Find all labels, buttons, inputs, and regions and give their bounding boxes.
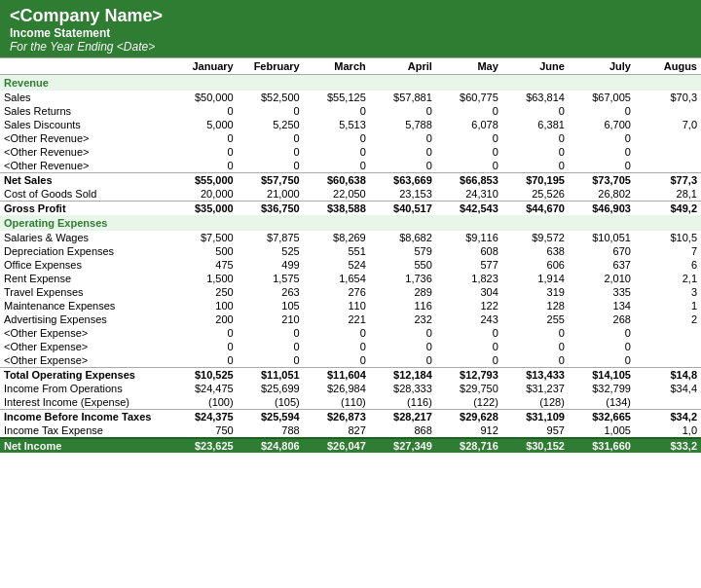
cell-value: 319 — [502, 285, 569, 299]
row-label: <Other Revenue> — [0, 131, 171, 145]
cell-value: $60,775 — [436, 91, 502, 104]
cell-value: 268 — [569, 312, 635, 326]
cell-value: 0 — [569, 131, 635, 145]
table-row: Sales Returns0000000 — [0, 104, 701, 118]
page-header: <Company Name> Income Statement For the … — [0, 0, 701, 57]
col-january: January — [171, 58, 238, 75]
cell-value: 1,0 — [635, 423, 701, 438]
cell-value: 0 — [370, 353, 436, 368]
table-row: Sales Discounts5,0005,2505,5135,7886,078… — [0, 118, 701, 131]
row-label: Sales Returns — [0, 104, 171, 118]
cell-value: 1,005 — [569, 423, 635, 438]
table-row: Gross Profit$35,000$36,750$38,588$40,517… — [0, 202, 701, 216]
cell-value: 116 — [370, 299, 436, 312]
report-title: Income Statement — [10, 26, 691, 40]
cell-value: $24,375 — [171, 410, 238, 424]
row-label: Income Tax Expense — [0, 423, 171, 438]
cell-value: $70,195 — [502, 173, 569, 188]
cell-value: $66,853 — [436, 173, 502, 188]
cell-value: (134) — [569, 395, 635, 410]
cell-value: 20,000 — [171, 187, 238, 202]
cell-value: 0 — [569, 353, 635, 368]
cell-value: 0 — [171, 145, 238, 159]
cell-value: $29,628 — [436, 410, 502, 424]
cell-value: $67,005 — [569, 91, 635, 104]
cell-value: 0 — [370, 340, 436, 353]
cell-value: 110 — [304, 299, 370, 312]
cell-value: 0 — [569, 104, 635, 118]
cell-value: 250 — [171, 285, 238, 299]
cell-value: 0 — [370, 131, 436, 145]
row-label: <Other Revenue> — [0, 159, 171, 173]
cell-value: 579 — [370, 244, 436, 258]
cell-value: 0 — [238, 131, 304, 145]
cell-value: 0 — [238, 326, 304, 340]
cell-value: 0 — [238, 353, 304, 368]
cell-value: $46,903 — [569, 202, 635, 216]
cell-value: $50,000 — [171, 91, 238, 104]
cell-value: 788 — [238, 423, 304, 438]
cell-value: 550 — [370, 258, 436, 272]
cell-value: $42,543 — [436, 202, 502, 216]
cell-value: 0 — [502, 104, 569, 118]
cell-value: 304 — [436, 285, 502, 299]
cell-value: $8,682 — [370, 231, 436, 244]
row-label: Interest Income (Expense) — [0, 395, 171, 410]
cell-value: 232 — [370, 312, 436, 326]
cell-value: (110) — [304, 395, 370, 410]
cell-value: 0 — [502, 131, 569, 145]
cell-value: 23,153 — [370, 187, 436, 202]
cell-value: 0 — [304, 340, 370, 353]
row-label: Revenue — [0, 75, 701, 92]
cell-value: 289 — [370, 285, 436, 299]
cell-value: $12,184 — [370, 368, 436, 383]
cell-value: 6,078 — [436, 118, 502, 131]
cell-value: 608 — [436, 244, 502, 258]
cell-value: 122 — [436, 299, 502, 312]
cell-value: $26,873 — [304, 410, 370, 424]
col-august: Augus — [635, 58, 701, 75]
cell-value: 25,526 — [502, 187, 569, 202]
cell-value: 22,050 — [304, 187, 370, 202]
cell-value: 6 — [635, 258, 701, 272]
cell-value: 0 — [370, 159, 436, 173]
cell-value: $24,806 — [238, 438, 304, 453]
cell-value — [635, 145, 701, 159]
cell-value: 0 — [502, 159, 569, 173]
cell-value: 0 — [502, 326, 569, 340]
table-row: <Other Revenue>0000000 — [0, 131, 701, 145]
row-label: Income Before Income Taxes — [0, 410, 171, 424]
cell-value: 100 — [171, 299, 238, 312]
cell-value: 750 — [171, 423, 238, 438]
cell-value: 0 — [502, 145, 569, 159]
cell-value: $49,2 — [635, 202, 701, 216]
cell-value: $10,5 — [635, 231, 701, 244]
row-label: Sales — [0, 91, 171, 104]
cell-value: 957 — [502, 423, 569, 438]
cell-value: 0 — [304, 145, 370, 159]
cell-value: 0 — [304, 104, 370, 118]
cell-value — [635, 395, 701, 410]
cell-value: 2 — [635, 312, 701, 326]
cell-value: $25,699 — [238, 382, 304, 395]
cell-value: 221 — [304, 312, 370, 326]
table-row: Sales$50,000$52,500$55,125$57,881$60,775… — [0, 91, 701, 104]
cell-value: $27,349 — [370, 438, 436, 453]
cell-value: $36,750 — [238, 202, 304, 216]
cell-value: $40,517 — [370, 202, 436, 216]
cell-value: $63,814 — [502, 91, 569, 104]
cell-value: 0 — [238, 340, 304, 353]
cell-value — [635, 131, 701, 145]
cell-value: 499 — [238, 258, 304, 272]
cell-value: $70,3 — [635, 91, 701, 104]
cell-value: $31,660 — [569, 438, 635, 453]
cell-value — [635, 104, 701, 118]
cell-value: 335 — [569, 285, 635, 299]
cell-value: 0 — [502, 353, 569, 368]
cell-value: 0 — [171, 104, 238, 118]
cell-value: (128) — [502, 395, 569, 410]
cell-value: 912 — [436, 423, 502, 438]
cell-value: $26,984 — [304, 382, 370, 395]
table-row: Net Income$23,625$24,806$26,047$27,349$2… — [0, 438, 701, 453]
table-row: <Other Revenue>0000000 — [0, 145, 701, 159]
